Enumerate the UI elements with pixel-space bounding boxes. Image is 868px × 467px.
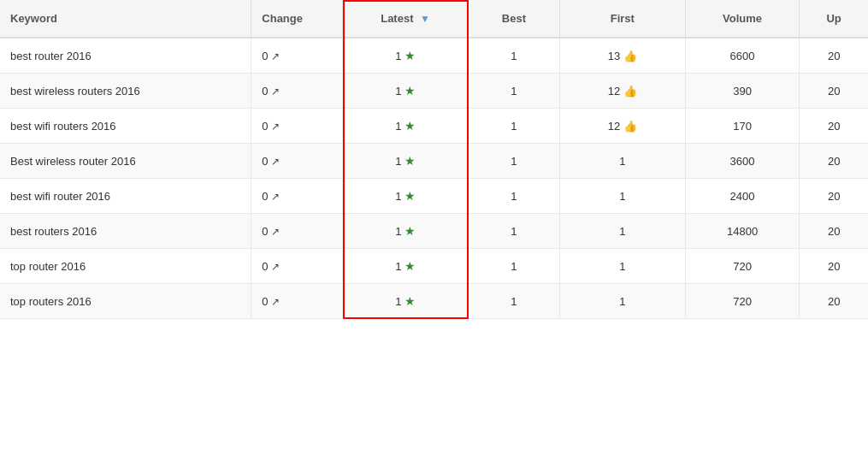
star-icon: ★ [404,49,416,62]
col-header-keyword: Keyword [0,0,251,38]
cell-best: 1 [469,144,560,179]
cell-change: 0 ↗ [251,38,343,74]
col-header-up: Up [800,0,868,38]
change-arrow-icon: ↗ [271,156,280,168]
cell-up: 20 [800,109,868,144]
cell-up: 20 [800,38,868,74]
star-icon: ★ [404,189,416,203]
col-header-latest[interactable]: Latest ▼ [343,0,469,38]
col-header-first: First [559,0,685,38]
cell-first: 1 [559,179,685,214]
table-row: best routers 20160 ↗1 ★111480020 [0,214,868,249]
cell-first: 1 [559,214,685,249]
cell-up: 20 [800,144,868,179]
cell-volume: 6600 [685,38,800,74]
cell-volume: 170 [685,109,800,144]
cell-volume: 720 [685,284,800,319]
col-header-volume: Volume [685,0,800,38]
table-container: Keyword Change Latest ▼ Best First Volum… [0,0,868,319]
cell-change: 0 ↗ [251,144,343,179]
table-row: best wifi router 20160 ↗1 ★11240020 [0,179,868,214]
change-arrow-icon: ↗ [271,226,280,238]
cell-first: 12 👍 [559,109,685,144]
change-arrow-icon: ↗ [271,121,280,133]
cell-keyword: best wifi router 2016 [0,179,251,214]
star-icon: ★ [404,224,416,238]
cell-up: 20 [800,284,868,319]
table-row: best wireless routers 20160 ↗1 ★112 👍390… [0,74,868,109]
cell-best: 1 [469,38,560,74]
cell-change: 0 ↗ [251,109,343,144]
cell-latest: 1 ★ [343,284,469,319]
cell-first: 13 👍 [559,38,685,74]
cell-change: 0 ↗ [251,249,343,284]
cell-change: 0 ↗ [251,179,343,214]
cell-keyword: best router 2016 [0,38,251,74]
cell-latest: 1 ★ [343,144,469,179]
cell-latest: 1 ★ [343,74,469,109]
cell-keyword: best wireless routers 2016 [0,74,251,109]
cell-latest: 1 ★ [343,109,469,144]
cell-volume: 390 [685,74,800,109]
cell-latest: 1 ★ [343,179,469,214]
cell-volume: 14800 [685,214,800,249]
table-row: top router 20160 ↗1 ★1172020 [0,249,868,284]
change-arrow-icon: ↗ [271,50,280,62]
star-icon: ★ [404,84,416,98]
change-arrow-icon: ↗ [271,261,280,273]
cell-up: 20 [800,74,868,109]
table-header-row: Keyword Change Latest ▼ Best First Volum… [0,0,868,38]
cell-best: 1 [469,249,560,284]
cell-change: 0 ↗ [251,74,343,109]
cell-keyword: Best wireless router 2016 [0,144,251,179]
table-row: best wifi routers 20160 ↗1 ★112 👍17020 [0,109,868,144]
star-icon: ★ [404,259,416,273]
thumbup-icon: 👍 [623,85,637,98]
change-arrow-icon: ↗ [271,86,280,98]
thumbup-icon: 👍 [623,120,637,133]
cell-up: 20 [800,179,868,214]
cell-keyword: best routers 2016 [0,214,251,249]
cell-first: 1 [559,284,685,319]
col-header-best: Best [469,0,560,38]
star-icon: ★ [404,154,416,168]
cell-best: 1 [469,74,560,109]
cell-first: 12 👍 [559,74,685,109]
table-row: Best wireless router 20160 ↗1 ★11360020 [0,144,868,179]
cell-first: 1 [559,249,685,284]
table-row: top routers 20160 ↗1 ★1172020 [0,284,868,319]
cell-change: 0 ↗ [251,284,343,319]
cell-best: 1 [469,284,560,319]
change-arrow-icon: ↗ [271,191,280,203]
cell-volume: 720 [685,249,800,284]
star-icon: ★ [404,119,416,133]
star-icon: ★ [404,294,416,308]
cell-volume: 3600 [685,144,800,179]
cell-up: 20 [800,214,868,249]
col-header-change: Change [251,0,343,38]
cell-keyword: best wifi routers 2016 [0,109,251,144]
sort-icon: ▼ [420,13,430,25]
cell-volume: 2400 [685,179,800,214]
cell-best: 1 [469,179,560,214]
cell-latest: 1 ★ [343,38,469,74]
table-row: best router 20160 ↗1 ★113 👍660020 [0,38,868,74]
rankings-table: Keyword Change Latest ▼ Best First Volum… [0,0,868,319]
cell-keyword: top router 2016 [0,249,251,284]
cell-latest: 1 ★ [343,214,469,249]
cell-first: 1 [559,144,685,179]
cell-latest: 1 ★ [343,249,469,284]
cell-up: 20 [800,249,868,284]
cell-best: 1 [469,214,560,249]
cell-change: 0 ↗ [251,214,343,249]
thumbup-icon: 👍 [623,50,637,62]
cell-keyword: top routers 2016 [0,284,251,319]
change-arrow-icon: ↗ [271,296,280,308]
cell-best: 1 [469,109,560,144]
